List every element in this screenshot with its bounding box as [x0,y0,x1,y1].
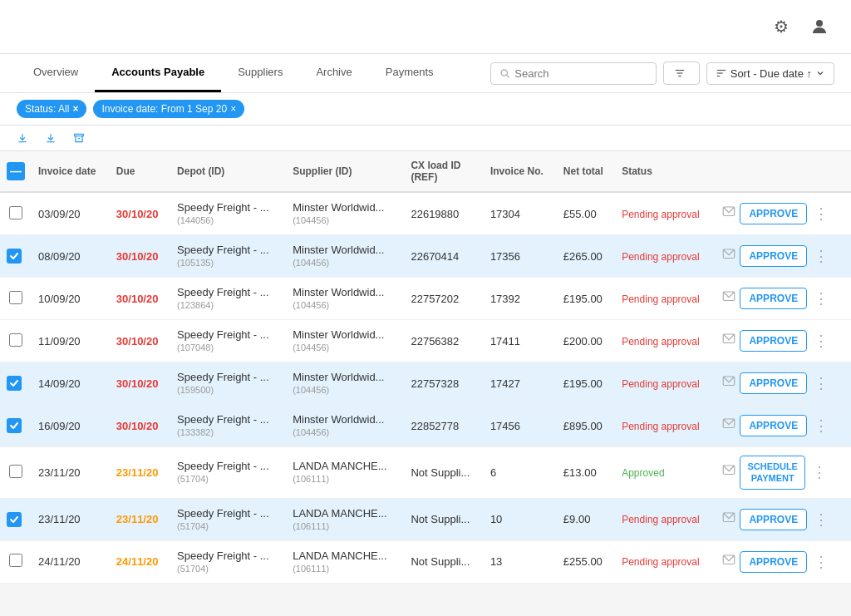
more-options-icon[interactable]: ⋮ [810,289,832,308]
filter-chips-bar: Status: All × Invoice date: From 1 Sep 2… [0,93,851,126]
cell-invoice-no: 17356 [484,235,557,278]
date-chip-label: Invoice date: From 1 Sep 20 [101,103,227,115]
search-box [490,62,657,85]
more-options-icon[interactable]: ⋮ [810,205,832,223]
cell-cx-load: 22757202 [404,278,483,320]
cell-due: 24/11/20 [110,540,170,583]
tab-archive[interactable]: Archive [299,54,368,92]
row-checkbox[interactable] [7,512,22,527]
cell-depot: Speedy Freight - ...(133382) [170,405,286,447]
cell-invoice-date: 23/11/20 [32,498,110,540]
cell-due: 30/10/20 [110,320,170,362]
status-chip-close[interactable]: × [72,103,78,115]
message-icon[interactable] [721,510,736,529]
message-icon[interactable] [721,463,736,481]
row-checkbox[interactable] [9,333,22,347]
cell-status: Approved [615,447,715,499]
cell-status: Pending approval [615,235,715,278]
table-row: 24/11/2024/11/20Speedy Freight - ...(517… [0,540,851,583]
cell-supplier: Minster Worldwid...(104456) [286,362,404,405]
cell-cx-load: 22670414 [404,235,483,278]
message-icon[interactable] [721,205,736,223]
tab-accounts-payable[interactable]: Accounts Payable [95,54,221,92]
message-icon[interactable] [721,247,736,265]
cell-depot: Speedy Freight - ...(159500) [170,362,286,405]
cell-net-total: £895.00 [557,405,615,447]
archive-action-button[interactable] [73,132,88,144]
select-all-header[interactable]: — [0,151,32,192]
cell-actions: APPROVE ⋮ [715,320,851,362]
row-checkbox[interactable] [9,291,22,304]
cell-due: 23/11/20 [110,498,170,540]
more-options-icon[interactable]: ⋮ [810,374,832,392]
message-icon[interactable] [721,374,736,392]
user-icon [809,17,829,37]
user-button[interactable] [804,12,834,42]
download-csv-button[interactable] [17,132,32,144]
status-filter-chip[interactable]: Status: All × [17,100,86,118]
cell-net-total: £13.00 [557,447,615,499]
more-options-icon[interactable]: ⋮ [810,510,832,529]
more-options-icon[interactable]: ⋮ [809,463,830,481]
more-options-icon[interactable]: ⋮ [810,416,832,435]
table-row: 14/09/2030/10/20Speedy Freight - ...(159… [0,362,851,405]
message-icon[interactable] [721,416,736,435]
row-checkbox[interactable] [7,418,22,433]
cell-depot: Speedy Freight - ...(123864) [170,278,286,320]
cell-cx-load: 22852778 [404,405,483,447]
row-checkbox[interactable] [9,465,22,478]
cell-actions: APPROVE ⋮ [715,278,851,320]
download-docs-button[interactable] [45,132,60,144]
approve-button[interactable]: APPROVE [740,372,807,394]
cell-invoice-date: 16/09/20 [32,405,110,447]
approve-button[interactable]: APPROVE [740,330,807,352]
row-checkbox[interactable] [7,249,22,264]
tab-overview[interactable]: Overview [17,54,95,92]
date-filter-chip[interactable]: Invoice date: From 1 Sep 20 × [93,100,244,118]
page-content: — Invoice date Due Depot (ID) Supplier (… [0,151,851,584]
approve-button[interactable]: APPROVE [740,509,807,530]
more-options-icon[interactable]: ⋮ [810,332,832,350]
message-icon[interactable] [721,332,736,350]
cell-status: Pending approval [615,540,715,583]
approve-button[interactable]: APPROVE [740,551,807,573]
filter-button[interactable] [663,62,700,85]
cell-invoice-no: 10 [484,498,557,540]
cell-status: Pending approval [615,320,715,362]
col-net-total: Net total [557,151,615,192]
svg-point-1 [501,70,507,76]
search-input[interactable] [514,67,647,80]
more-options-icon[interactable]: ⋮ [810,553,832,571]
cell-invoice-date: 24/11/20 [32,540,110,583]
tab-payments[interactable]: Payments [369,54,450,92]
cell-depot: Speedy Freight - ...(51704) [170,498,286,540]
cell-status: Pending approval [615,498,715,540]
col-cx-load: CX load ID(REF) [404,151,483,192]
tab-suppliers[interactable]: Suppliers [221,54,299,92]
cell-supplier: LANDA MANCHE...(106111) [286,447,404,499]
approve-button[interactable]: APPROVE [740,203,807,224]
cell-invoice-no: 13 [484,540,557,583]
approve-button[interactable]: APPROVE [740,415,807,436]
date-chip-close[interactable]: × [230,103,236,115]
row-checkbox[interactable] [9,206,22,219]
row-checkbox[interactable] [9,554,22,567]
invoices-table-container: — Invoice date Due Depot (ID) Supplier (… [0,151,851,584]
message-icon[interactable] [721,289,736,308]
cell-due: 30/10/20 [110,235,170,278]
settings-button[interactable]: ⚙ [766,12,796,42]
message-icon[interactable] [721,553,736,571]
schedule-payment-button[interactable]: SCHEDULEPAYMENT [740,456,805,490]
select-all-checkbox[interactable]: — [7,162,25,180]
approve-button[interactable]: APPROVE [740,288,807,309]
more-options-icon[interactable]: ⋮ [810,247,832,265]
row-checkbox[interactable] [7,376,22,391]
approve-button[interactable]: APPROVE [740,245,807,267]
cell-supplier: Minster Worldwid...(104456) [286,405,404,447]
cell-invoice-no: 17456 [484,405,557,447]
cell-invoice-date: 03/09/20 [32,192,110,235]
col-supplier: Supplier (ID) [286,151,404,192]
filter-icon [674,67,686,79]
cell-cx-load: 22756382 [404,320,483,362]
action-bar [0,126,851,151]
